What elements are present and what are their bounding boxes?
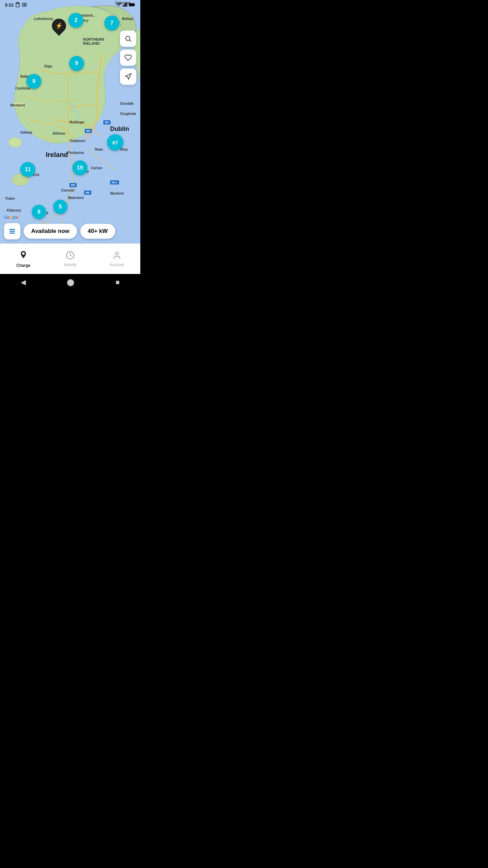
status-right [116, 3, 136, 7]
back-button[interactable]: ◀ [21, 278, 26, 286]
charge-pin-icon [19, 250, 28, 262]
location-arrow-icon [124, 73, 132, 80]
filter-bar: Available now 40+ kW [4, 223, 136, 239]
account-person-icon [113, 251, 121, 261]
home-button[interactable]: ⬤ [67, 278, 74, 286]
power-filter-button[interactable]: 40+ kW [80, 224, 115, 239]
recents-button[interactable]: ■ [116, 278, 120, 286]
svg-rect-1 [22, 3, 26, 6]
cluster-pin-9-mid[interactable]: 9 [69, 56, 84, 71]
google-logo: Google [4, 215, 18, 220]
svg-point-20 [11, 229, 12, 230]
filter-settings-button[interactable] [4, 223, 20, 239]
activity-label: Activity [64, 262, 77, 267]
svg-line-15 [129, 40, 131, 41]
map-controls [120, 31, 136, 85]
road-badge-m8: M8 [69, 183, 77, 187]
road-badge-m3: M3 [103, 120, 110, 124]
road-badge-m4: M4 [85, 129, 92, 133]
road-badge-m9: M9 [84, 191, 91, 195]
svg-rect-5 [125, 4, 125, 6]
map-background [0, 0, 140, 243]
cluster-pin-67[interactable]: 67 [107, 134, 123, 151]
time: 3:11 [5, 2, 14, 7]
charge-label: Charge [16, 263, 30, 268]
nav-item-account[interactable]: Account [94, 251, 140, 267]
signal-icon [123, 3, 127, 7]
status-bar: 3:11 [0, 0, 140, 9]
wifi-icon [116, 3, 121, 7]
svg-point-22 [11, 233, 12, 234]
svg-rect-7 [126, 3, 127, 6]
nav-item-activity[interactable]: Activity [47, 251, 94, 267]
svg-point-12 [8, 137, 22, 147]
battery-icon [129, 3, 136, 7]
cluster-pin-9-left[interactable]: 9 [26, 74, 41, 89]
svg-marker-16 [125, 74, 131, 79]
location-button[interactable] [120, 68, 136, 85]
sim-icon [15, 2, 20, 7]
favorites-button[interactable] [120, 50, 136, 66]
heart-icon [124, 54, 132, 61]
esim-icon [22, 2, 27, 7]
search-button[interactable] [120, 31, 136, 47]
cluster-pin-11[interactable]: 11 [20, 162, 35, 177]
svg-point-2 [24, 4, 25, 5]
nav-item-charge[interactable]: Charge [0, 250, 47, 268]
svg-rect-9 [129, 4, 134, 6]
sliders-icon [8, 228, 16, 235]
activity-clock-icon [66, 251, 75, 261]
cluster-pin-8[interactable]: 8 [32, 205, 46, 219]
system-nav-bar: ◀ ⬤ ■ [0, 274, 140, 290]
map-container[interactable]: Coleraine Letterkenny Londond... Derry N… [0, 0, 140, 243]
svg-rect-3 [123, 5, 123, 6]
cluster-pin-19[interactable]: 19 [73, 160, 87, 175]
svg-point-21 [13, 231, 14, 232]
svg-rect-6 [125, 3, 126, 7]
status-left: 3:11 [5, 2, 27, 7]
svg-rect-4 [124, 4, 124, 6]
available-now-button[interactable]: Available now [24, 224, 77, 239]
road-badge-m11: M11 [110, 180, 119, 184]
svg-point-11 [13, 101, 25, 109]
cluster-pin-7[interactable]: 7 [104, 16, 119, 31]
cluster-pin-5[interactable]: 5 [53, 200, 67, 214]
bottom-nav: Charge Activity Account [0, 243, 140, 274]
search-icon [124, 35, 132, 42]
cluster-pin-2[interactable]: 2 [68, 13, 83, 28]
svg-point-23 [22, 252, 25, 255]
account-label: Account [109, 262, 124, 267]
svg-point-25 [116, 252, 119, 255]
